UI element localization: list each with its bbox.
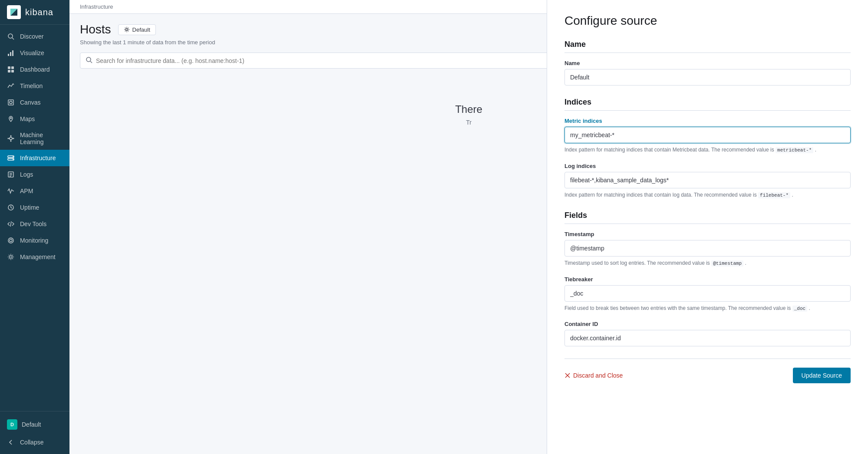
tiebreaker-label: Tiebreaker [564, 276, 851, 283]
sidebar-item-canvas[interactable]: Canvas [0, 94, 69, 111]
sidebar-item-machine-learning[interactable]: Machine Learning [0, 127, 69, 150]
name-section-title: Name [564, 40, 851, 53]
default-button[interactable]: Default [118, 24, 156, 35]
container-id-form-group: Container ID [564, 321, 851, 346]
svg-point-25 [13, 156, 13, 157]
logs-icon [7, 171, 15, 178]
name-form-group: Name [564, 60, 851, 86]
container-id-input[interactable] [564, 330, 851, 346]
sidebar-item-maps[interactable]: Maps [0, 111, 69, 127]
infrastructure-icon [7, 154, 15, 162]
sidebar-item-dev-tools[interactable]: Dev Tools [0, 216, 69, 232]
svg-line-37 [90, 61, 92, 63]
tiebreaker-recommended: _doc [792, 306, 807, 312]
metric-indices-help: Index pattern for matching indices that … [564, 146, 851, 154]
discover-icon [7, 33, 15, 40]
sidebar-item-management[interactable]: Management [0, 249, 69, 265]
kibana-logo-text: kibana [25, 7, 53, 17]
svg-rect-8 [11, 66, 14, 69]
panel-footer: Discard and Close Update Source [564, 359, 851, 383]
log-indices-help: Index pattern for matching indices that … [564, 191, 851, 199]
svg-rect-6 [12, 50, 13, 56]
svg-point-34 [10, 256, 12, 258]
indices-section: Indices Metric indices Index pattern for… [564, 98, 851, 199]
sidebar-item-visualize[interactable]: Visualize [0, 45, 69, 61]
default-button-label: Default [132, 26, 150, 33]
tiebreaker-input[interactable] [564, 285, 851, 302]
timestamp-recommended: @timestamp [711, 260, 743, 266]
sidebar-nav: Discover Visualize Dashboard Timelion Ca… [0, 25, 69, 411]
name-label: Name [564, 60, 851, 66]
sidebar-bottom: D Default Collapse [0, 411, 69, 454]
metric-indices-recommended: metricbeat-* [776, 147, 813, 153]
svg-rect-11 [8, 100, 13, 105]
sidebar-item-label: Timelion [20, 82, 43, 89]
collapse-label: Collapse [20, 439, 43, 446]
sidebar-item-label: Canvas [20, 99, 40, 106]
timestamp-help: Timestamp used to sort log entries. The … [564, 259, 851, 267]
tiebreaker-form-group: Tiebreaker Field used to break ties betw… [564, 276, 851, 313]
svg-point-2 [8, 34, 13, 38]
svg-rect-7 [8, 66, 10, 69]
sidebar-item-collapse[interactable]: Collapse [0, 434, 69, 451]
discard-label: Discard and Close [573, 372, 623, 379]
logo[interactable]: kibana [0, 0, 69, 25]
empty-title: There [455, 103, 482, 115]
sidebar-item-discover[interactable]: Discover [0, 28, 69, 45]
name-input[interactable] [564, 69, 851, 86]
kibana-logo-icon [7, 5, 21, 19]
maps-icon [7, 115, 15, 123]
search-icon [86, 56, 92, 65]
monitoring-icon [7, 237, 15, 244]
visualize-icon [7, 49, 15, 57]
svg-point-26 [13, 159, 13, 160]
svg-point-17 [8, 138, 9, 139]
sidebar-item-infrastructure[interactable]: Infrastructure [0, 150, 69, 166]
sidebar-item-monitoring[interactable]: Monitoring [0, 232, 69, 249]
sidebar-item-label: Uptime [20, 204, 39, 211]
svg-rect-4 [8, 54, 9, 56]
svg-point-33 [10, 239, 12, 242]
metric-indices-input[interactable] [564, 127, 851, 143]
sidebar-item-label: Dev Tools [20, 220, 46, 227]
svg-point-14 [10, 137, 12, 140]
svg-point-13 [10, 118, 12, 119]
log-indices-recommended: filebeat-* [758, 192, 790, 198]
svg-point-18 [13, 138, 14, 139]
sidebar-user[interactable]: D Default [0, 415, 69, 434]
sidebar-item-label: APM [20, 188, 33, 194]
close-icon [564, 372, 571, 378]
sidebar-item-dashboard[interactable]: Dashboard [0, 61, 69, 78]
timestamp-input[interactable] [564, 240, 851, 257]
update-source-button[interactable]: Update Source [793, 368, 851, 383]
sidebar-item-timelion[interactable]: Timelion [0, 78, 69, 94]
dashboard-icon [7, 66, 15, 73]
svg-rect-5 [10, 52, 11, 56]
log-indices-input[interactable] [564, 172, 851, 188]
dev-tools-icon [7, 220, 15, 228]
sidebar-item-label: Monitoring [20, 237, 48, 244]
canvas-icon [7, 99, 15, 106]
container-id-label: Container ID [564, 321, 851, 327]
timestamp-label: Timestamp [564, 231, 851, 237]
fields-section-title: Fields [564, 211, 851, 224]
svg-point-35 [125, 29, 128, 31]
sidebar-item-label: Infrastructure [20, 155, 56, 161]
name-section: Name Name [564, 40, 851, 86]
discard-button[interactable]: Discard and Close [564, 372, 623, 379]
machine-learning-icon [7, 135, 15, 142]
svg-point-36 [86, 57, 91, 62]
user-name: Default [22, 421, 41, 428]
metric-indices-form-group: Metric indices Index pattern for matchin… [564, 118, 851, 154]
sidebar-item-apm[interactable]: APM [0, 183, 69, 199]
timestamp-form-group: Timestamp Timestamp used to sort log ent… [564, 231, 851, 267]
indices-section-title: Indices [564, 98, 851, 111]
sidebar-item-label: Logs [20, 171, 33, 178]
svg-point-15 [10, 135, 12, 137]
sidebar-item-uptime[interactable]: Uptime [0, 199, 69, 216]
svg-point-32 [8, 238, 13, 243]
panel-title: Configure source [564, 14, 851, 28]
svg-line-3 [12, 38, 14, 39]
sidebar-item-logs[interactable]: Logs [0, 166, 69, 183]
svg-rect-9 [8, 70, 10, 72]
